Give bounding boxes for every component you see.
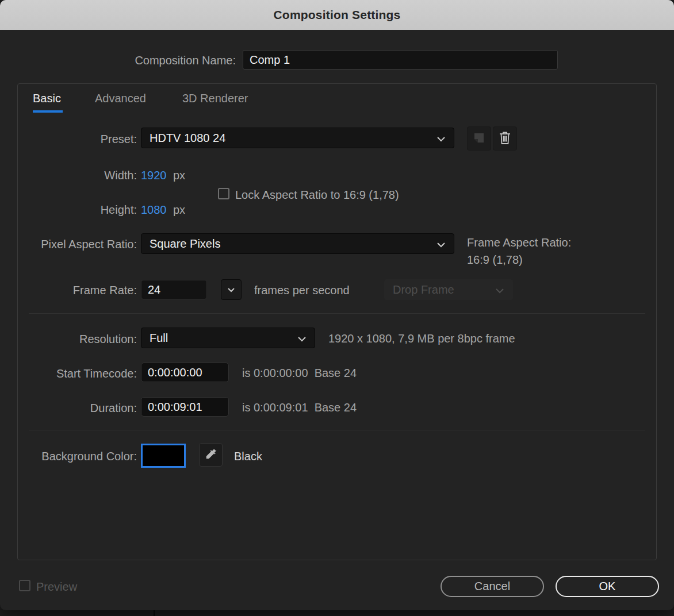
chevron-down-icon <box>227 286 235 294</box>
preset-label: Preset: <box>22 132 137 146</box>
lock-aspect-label: Lock Aspect Ratio to 16:9 (1,78) <box>235 188 419 202</box>
save-preset-icon <box>472 131 486 147</box>
chevron-down-icon <box>436 132 446 145</box>
frame-rate-suffix: frames per second <box>254 283 381 297</box>
pixel-aspect-ratio-label: Pixel Aspect Ratio: <box>22 237 137 251</box>
background-color-swatch[interactable] <box>141 444 186 468</box>
start-timecode-input[interactable] <box>141 363 229 382</box>
pixel-aspect-ratio-value: Square Pixels <box>150 237 220 251</box>
dialog-title: Composition Settings <box>274 8 401 22</box>
width-unit: px <box>173 168 190 182</box>
pixel-aspect-ratio-select[interactable]: Square Pixels <box>141 233 454 254</box>
height-unit: px <box>173 203 190 217</box>
active-tab-indicator <box>33 110 63 113</box>
section-divider <box>29 313 645 314</box>
frame-rate-label: Frame Rate: <box>22 283 137 297</box>
height-label: Height: <box>22 203 137 217</box>
eyedropper-button[interactable] <box>199 443 223 467</box>
width-label: Width: <box>22 168 137 182</box>
start-timecode-label: Start Timecode: <box>22 367 137 380</box>
duration-input[interactable] <box>141 397 229 417</box>
height-value[interactable]: 1080 <box>141 203 175 217</box>
chevron-down-icon <box>495 283 504 297</box>
resolution-label: Resolution: <box>22 332 137 346</box>
chevron-down-icon <box>297 332 307 345</box>
preset-value: HDTV 1080 24 <box>150 132 225 145</box>
lock-aspect-checkbox[interactable] <box>218 188 229 199</box>
ok-button[interactable]: OK <box>556 576 659 597</box>
background-color-name: Black <box>234 449 303 463</box>
tab-basic[interactable]: Basic <box>33 92 61 105</box>
drop-frame-select: Drop Frame <box>384 279 513 300</box>
drop-frame-value: Drop Frame <box>393 283 454 297</box>
resolution-select[interactable]: Full <box>141 328 315 348</box>
chevron-down-icon <box>436 237 446 251</box>
frame-aspect-ratio-value: 16:9 (1,78) <box>467 253 611 267</box>
resolution-info: 1920 x 1080, 7,9 MB per 8bpc frame <box>328 332 515 345</box>
preset-select[interactable]: HDTV 1080 24 <box>141 128 454 148</box>
dialog-titlebar[interactable]: Composition Settings <box>0 0 674 30</box>
start-timecode-info: is 0:00:00:00 Base 24 <box>242 367 357 380</box>
trash-icon <box>498 130 512 147</box>
tab-3d-renderer[interactable]: 3D Renderer <box>182 92 248 105</box>
preview-label: Preview <box>36 580 105 594</box>
duration-info: is 0:00:09:01 Base 24 <box>242 401 357 414</box>
composition-name-input[interactable] <box>243 50 558 70</box>
tab-advanced[interactable]: Advanced <box>95 92 146 105</box>
resolution-value: Full <box>150 332 168 345</box>
frame-rate-input[interactable] <box>141 280 207 299</box>
cancel-button[interactable]: Cancel <box>441 576 544 597</box>
composition-name-label: Composition Name: <box>69 53 236 67</box>
duration-label: Duration: <box>22 401 137 415</box>
frame-rate-dropdown-button[interactable] <box>221 279 242 300</box>
preview-checkbox[interactable] <box>19 580 30 591</box>
delete-preset-button[interactable] <box>493 126 517 151</box>
section-divider <box>29 430 645 430</box>
settings-panel <box>17 83 657 560</box>
width-value[interactable]: 1920 <box>141 168 175 182</box>
frame-aspect-ratio-label: Frame Aspect Ratio: <box>467 236 611 249</box>
composition-settings-dialog: Composition Settings Composition Name: B… <box>0 0 674 610</box>
eyedropper-icon <box>205 448 217 462</box>
background-color-label: Background Color: <box>22 449 137 463</box>
save-preset-button[interactable] <box>467 126 491 151</box>
